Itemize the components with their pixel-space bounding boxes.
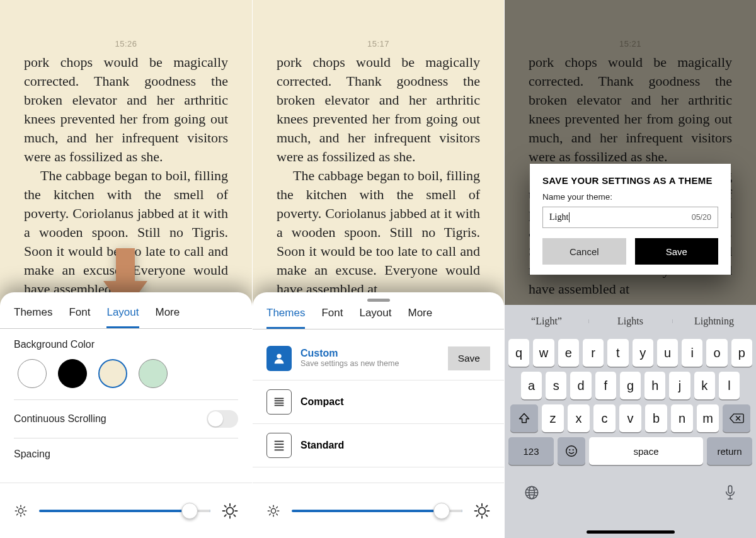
brightness-slider[interactable]	[292, 501, 462, 520]
settings-tabs: Themes Font Layout More	[253, 304, 504, 329]
svg-point-18	[277, 354, 281, 358]
key-v[interactable]: v	[619, 404, 641, 432]
key-return[interactable]: return	[707, 437, 752, 465]
key-p[interactable]: p	[731, 339, 752, 367]
screen-themes: 15:17 pork chops would be magically corr…	[252, 0, 504, 538]
key-o[interactable]: o	[706, 339, 727, 367]
suggestion-2[interactable]: Lightning	[672, 316, 756, 327]
tab-layout[interactable]: Layout	[106, 306, 139, 328]
text-lines-icon	[266, 433, 292, 458]
key-row-4: 123 space return	[508, 437, 752, 465]
key-row-2: a s d f g h j k l	[508, 372, 752, 399]
key-q[interactable]: q	[508, 339, 529, 367]
tab-themes[interactable]: Themes	[14, 306, 52, 328]
tab-font[interactable]: Font	[69, 306, 90, 328]
key-m[interactable]: m	[697, 404, 719, 432]
keyboard-suggestions: “Light” Lights Lightning	[505, 309, 756, 334]
key-z[interactable]: z	[542, 404, 564, 432]
key-n[interactable]: n	[671, 404, 693, 432]
brightness-high-icon	[474, 503, 490, 519]
theme-compact[interactable]: Compact	[253, 381, 504, 424]
svg-point-47	[566, 446, 577, 457]
key-b[interactable]: b	[645, 404, 667, 432]
swatch-sepia[interactable]	[98, 359, 127, 388]
key-a[interactable]: a	[521, 372, 542, 399]
key-l[interactable]: l	[719, 372, 740, 399]
key-row-1: q w e r t y u i o p	[508, 339, 752, 367]
key-backspace[interactable]	[723, 404, 750, 432]
key-row-5	[508, 470, 752, 507]
key-shift[interactable]	[510, 404, 538, 432]
swatch-white[interactable]	[18, 359, 47, 388]
key-w[interactable]: w	[533, 339, 554, 367]
svg-line-32	[270, 507, 271, 508]
screen-save-modal: 15:21 pork chops would be magically corr…	[504, 0, 756, 538]
svg-line-42	[486, 515, 487, 516]
swatch-black[interactable]	[58, 359, 87, 388]
key-k[interactable]: k	[694, 372, 715, 399]
theme-standard[interactable]: Standard	[253, 424, 504, 467]
shift-icon	[518, 412, 530, 425]
screen-layout: 15:26 pork chops would be magically corr…	[0, 0, 252, 538]
svg-line-35	[277, 507, 278, 508]
continuous-scrolling-row: Continuous Scrolling	[0, 400, 252, 438]
key-d[interactable]: d	[570, 372, 591, 399]
microphone-icon	[723, 484, 737, 501]
brightness-slider[interactable]	[39, 501, 210, 520]
key-s[interactable]: s	[546, 372, 566, 399]
key-t[interactable]: t	[607, 339, 628, 367]
theme-name-field[interactable]: Light 05/20	[542, 207, 718, 228]
svg-point-49	[573, 449, 574, 450]
bg-swatches	[0, 357, 252, 399]
settings-tabs: Themes Font Layout More	[0, 292, 252, 329]
key-e[interactable]: e	[558, 339, 579, 367]
key-g[interactable]: g	[620, 372, 641, 399]
tab-themes[interactable]: Themes	[266, 307, 305, 329]
svg-line-44	[486, 505, 487, 507]
key-123[interactable]: 123	[508, 437, 554, 465]
key-globe[interactable]	[524, 479, 540, 507]
swatch-green[interactable]	[139, 359, 168, 388]
key-j[interactable]: j	[669, 372, 690, 399]
globe-icon	[524, 484, 540, 501]
cancel-button[interactable]: Cancel	[542, 238, 626, 265]
svg-line-6	[24, 513, 25, 515]
key-space[interactable]: space	[589, 437, 703, 465]
sheet-grabber[interactable]	[367, 299, 390, 302]
save-theme-button[interactable]: Save	[448, 346, 490, 370]
theme-compact-title: Compact	[301, 396, 343, 408]
char-counter: 05/20	[692, 213, 711, 222]
brightness-low-icon	[266, 504, 280, 518]
key-row-3: z x c v b n m	[508, 404, 752, 432]
key-y[interactable]: y	[633, 339, 653, 367]
theme-custom[interactable]: Custom Save settings as new theme Save	[253, 337, 504, 381]
key-h[interactable]: h	[644, 372, 665, 399]
tab-font[interactable]: Font	[321, 307, 343, 329]
key-dictation[interactable]	[723, 479, 737, 507]
svg-line-8	[24, 507, 25, 508]
key-f[interactable]: f	[595, 372, 616, 399]
tab-more[interactable]: More	[408, 307, 433, 329]
tab-more[interactable]: More	[156, 306, 180, 328]
key-x[interactable]: x	[568, 404, 590, 432]
svg-line-41	[477, 505, 478, 507]
home-indicator[interactable]	[587, 530, 675, 534]
svg-line-43	[477, 515, 478, 516]
tab-layout[interactable]: Layout	[359, 307, 391, 329]
svg-line-34	[270, 513, 271, 515]
svg-line-17	[234, 505, 235, 507]
key-u[interactable]: u	[657, 339, 678, 367]
svg-point-27	[271, 508, 275, 513]
svg-point-9	[227, 507, 234, 514]
key-emoji[interactable]	[558, 437, 585, 465]
key-i[interactable]: i	[682, 339, 702, 367]
save-button[interactable]: Save	[635, 238, 719, 265]
continuous-scrolling-toggle[interactable]	[207, 410, 238, 428]
save-theme-modal: SAVE YOUR SETTINGS AS A THEME Name your …	[530, 164, 731, 275]
suggestion-1[interactable]: Lights	[588, 316, 672, 327]
book-text: pork chops would be magically corrected.…	[277, 53, 480, 299]
key-r[interactable]: r	[583, 339, 604, 367]
theme-name-value: Light	[549, 212, 568, 222]
key-c[interactable]: c	[593, 404, 616, 432]
suggestion-0[interactable]: “Light”	[505, 316, 588, 327]
